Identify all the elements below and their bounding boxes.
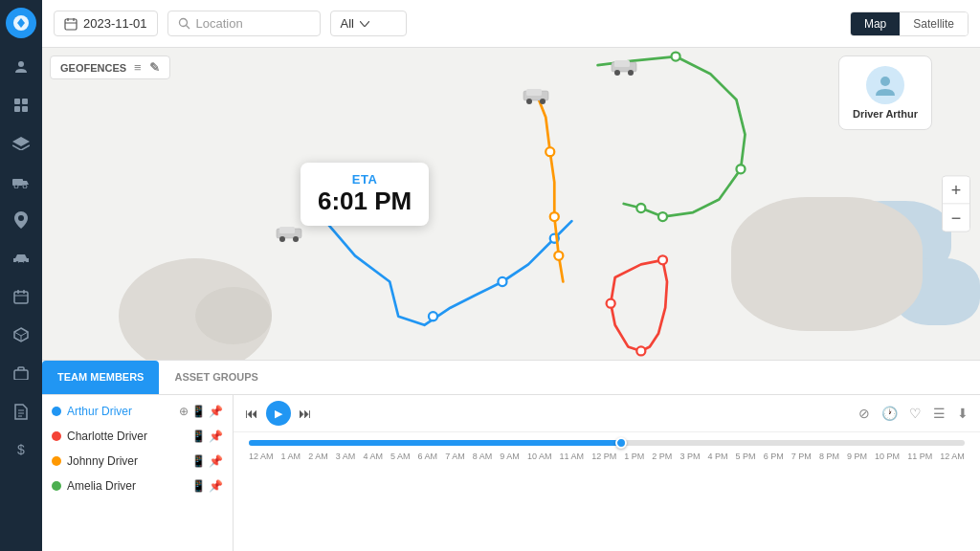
tl-12am-end: 12 AM <box>940 452 965 461</box>
download-action-icon[interactable]: ⬇ <box>957 406 969 421</box>
search-icon <box>178 17 190 30</box>
team-icons-johnny: 📱 📌 <box>191 454 223 468</box>
satellite-btn[interactable]: Satellite <box>900 12 968 35</box>
target-icon[interactable]: ⊕ <box>179 405 189 418</box>
tl-11pm: 11 PM <box>907 452 932 461</box>
svg-point-60 <box>880 77 890 86</box>
team-dot-johnny <box>52 456 61 466</box>
team-item-arthur[interactable]: Arthur Driver ⊕ 📱 📌 <box>42 399 233 424</box>
tl-7pm: 7 PM <box>791 452 812 461</box>
svg-point-7 <box>14 185 18 188</box>
heart-action-icon[interactable]: ♡ <box>909 406 922 421</box>
tl-6am: 6 AM <box>418 452 438 461</box>
date-picker[interactable]: 2023-11-01 <box>54 11 158 36</box>
svg-rect-44 <box>279 227 295 233</box>
svg-rect-2 <box>14 99 20 104</box>
fast-forward-button[interactable]: ⏭ <box>299 406 312 421</box>
phone-icon-amelia[interactable]: 📱 <box>191 479 206 493</box>
rewind-button[interactable]: ⏮ <box>245 406 258 421</box>
location-search[interactable]: Location <box>167 11 321 36</box>
team-dot-charlotte <box>52 431 61 441</box>
bottom-content: Arthur Driver ⊕ 📱 📌 Charlotte Driver 📱 📌 <box>42 395 980 551</box>
eta-time: 6:01 PM <box>318 187 412 216</box>
tl-9am: 9 AM <box>500 452 520 461</box>
svg-line-29 <box>186 26 189 30</box>
svg-rect-5 <box>22 106 28 112</box>
zoom-out-button[interactable]: − <box>943 205 969 231</box>
sidebar-item-truck[interactable] <box>4 165 38 199</box>
sidebar-item-box[interactable] <box>4 318 38 352</box>
map-type-toggle: Map Satellite <box>850 11 969 36</box>
tab-asset-groups[interactable]: ASSET GROUPS <box>159 361 273 394</box>
timeline-track[interactable] <box>249 440 965 446</box>
clock-action-icon[interactable]: 🕐 <box>881 406 898 421</box>
svg-rect-3 <box>22 99 28 104</box>
timeline-area: ⏮ ▶ ⏭ ⊘ 🕐 ♡ ☰ ⬇ <box>234 395 980 551</box>
svg-point-40 <box>658 255 667 264</box>
svg-point-38 <box>658 212 667 221</box>
geofences-label: GEOFENCES <box>60 62 126 74</box>
pin-icon-arthur[interactable]: 📌 <box>209 405 223 418</box>
team-list: Arthur Driver ⊕ 📱 📌 Charlotte Driver 📱 📌 <box>42 395 234 551</box>
svg-point-46 <box>293 236 299 242</box>
app-logo[interactable] <box>6 8 36 38</box>
pin-icon-charlotte[interactable]: 📌 <box>209 430 223 443</box>
timeline-progress <box>249 440 621 446</box>
sidebar-item-user[interactable] <box>4 50 38 84</box>
sidebar: $ <box>0 0 42 551</box>
svg-point-34 <box>550 212 559 221</box>
tl-5pm: 5 PM <box>736 452 756 461</box>
team-item-johnny[interactable]: Johnny Driver 📱 📌 <box>42 449 233 474</box>
menu-action-icon[interactable]: ☰ <box>933 406 946 421</box>
pin-icon-amelia[interactable]: 📌 <box>209 479 223 493</box>
team-item-charlotte[interactable]: Charlotte Driver 📱 📌 <box>42 424 233 449</box>
svg-point-45 <box>279 236 285 242</box>
svg-point-33 <box>546 147 554 156</box>
sidebar-item-grid[interactable] <box>4 88 38 122</box>
tab-team-members[interactable]: TEAM MEMBERS <box>42 361 159 394</box>
phone-icon-charlotte[interactable]: 📱 <box>191 430 206 443</box>
svg-point-1 <box>18 61 24 67</box>
sidebar-item-document[interactable] <box>4 394 38 429</box>
svg-point-39 <box>636 204 645 212</box>
location-placeholder: Location <box>196 16 243 31</box>
driver-name: Driver Arthur <box>853 108 918 120</box>
svg-point-49 <box>526 99 532 104</box>
sidebar-item-calendar[interactable] <box>4 279 38 314</box>
sidebar-item-briefcase[interactable] <box>4 356 38 390</box>
map-btn[interactable]: Map <box>851 12 900 35</box>
map-area[interactable]: GEOFENCES ≡ ✎ ETA 6:01 PM Driver Arthur … <box>42 48 980 360</box>
geofences-edit-icon[interactable]: ✎ <box>149 60 160 75</box>
phone-icon-arthur[interactable]: 📱 <box>191 405 206 418</box>
geofences-list-icon[interactable]: ≡ <box>134 60 142 75</box>
tl-12am: 12 AM <box>249 452 274 461</box>
tl-5am: 5 AM <box>390 452 411 461</box>
vehicle-green <box>611 58 637 79</box>
svg-point-35 <box>554 252 563 260</box>
filter-dropdown[interactable]: All <box>330 11 407 36</box>
eta-label: ETA <box>318 172 412 187</box>
timeline-thumb[interactable] <box>615 437 627 449</box>
sidebar-item-dollar[interactable]: $ <box>4 432 38 467</box>
phone-icon-johnny[interactable]: 📱 <box>191 454 206 468</box>
filter-action-icon[interactable]: ⊘ <box>858 406 870 421</box>
svg-rect-19 <box>14 370 28 380</box>
sidebar-item-layers[interactable] <box>4 126 38 161</box>
date-value: 2023-11-01 <box>83 16 147 31</box>
filter-value: All <box>341 16 354 31</box>
play-button[interactable]: ▶ <box>266 401 291 426</box>
zoom-in-button[interactable]: + <box>943 177 969 204</box>
sidebar-item-car[interactable] <box>4 241 38 276</box>
vehicle-orange <box>523 87 549 108</box>
tl-8pm: 8 PM <box>819 452 839 461</box>
timeline-bar[interactable]: 12 AM 1 AM 2 AM 3 AM 4 AM 5 AM 6 AM 7 AM… <box>234 432 980 551</box>
sidebar-item-pin[interactable] <box>4 203 38 237</box>
tl-2pm: 2 PM <box>652 452 672 461</box>
svg-point-37 <box>736 165 745 173</box>
vehicle-blue <box>276 225 302 246</box>
svg-point-11 <box>24 261 27 264</box>
svg-rect-52 <box>614 60 630 67</box>
pin-icon-johnny[interactable]: 📌 <box>209 454 223 468</box>
geofences-bar: GEOFENCES ≡ ✎ <box>50 55 170 79</box>
team-item-amelia[interactable]: Amelia Driver 📱 📌 <box>42 474 233 498</box>
